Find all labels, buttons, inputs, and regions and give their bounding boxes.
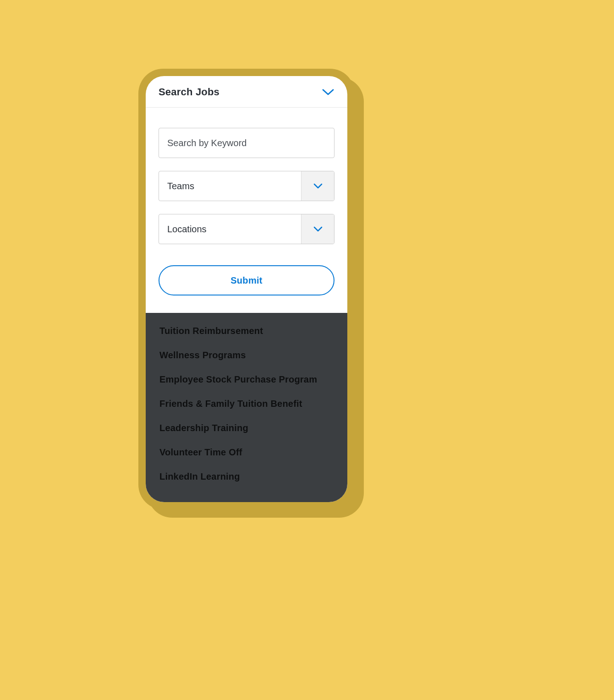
search-form: Teams Locations: [146, 108, 347, 313]
list-item: Leadership Training: [159, 423, 334, 433]
page-title: Search Jobs: [159, 86, 219, 98]
chevron-down-icon: [301, 171, 334, 201]
stage: Search Jobs Teams: [0, 0, 614, 700]
submit-wrap: Submit: [159, 257, 334, 295]
teams-select-label: Teams: [159, 171, 301, 201]
chevron-down-icon: [322, 88, 334, 96]
list-item: Employee Stock Purchase Program: [159, 374, 334, 385]
phone-frame: Search Jobs Teams: [138, 69, 355, 509]
list-item: Friends & Family Tuition Benefit: [159, 399, 334, 409]
phone-screen: Search Jobs Teams: [146, 76, 347, 502]
chevron-down-icon: [301, 214, 334, 244]
benefits-list: Tuition Reimbursement Wellness Programs …: [146, 313, 347, 502]
list-item: Wellness Programs: [159, 350, 334, 361]
search-input[interactable]: [159, 128, 334, 158]
locations-select-label: Locations: [159, 214, 301, 244]
list-item: Volunteer Time Off: [159, 447, 334, 458]
keyword-field[interactable]: [159, 128, 334, 158]
search-jobs-header[interactable]: Search Jobs: [146, 76, 347, 108]
list-item: Tuition Reimbursement: [159, 326, 334, 336]
locations-select[interactable]: Locations: [159, 214, 334, 244]
teams-select[interactable]: Teams: [159, 171, 334, 201]
submit-button[interactable]: Submit: [159, 265, 334, 295]
list-item: LinkedIn Learning: [159, 471, 334, 482]
